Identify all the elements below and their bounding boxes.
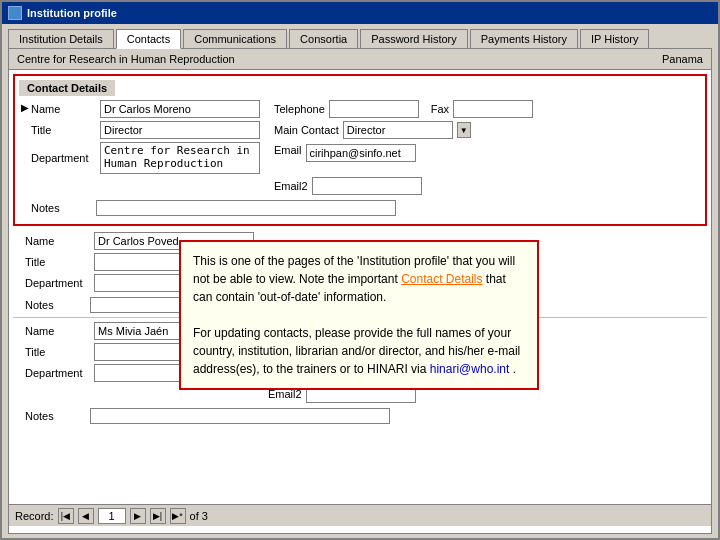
notes-label2: Notes xyxy=(25,299,90,311)
main-window: Institution profile Institution Details … xyxy=(0,0,720,540)
nav-last-btn[interactable]: ▶| xyxy=(150,508,166,524)
nav-new-btn[interactable]: ▶* xyxy=(170,508,186,524)
nav-next-btn[interactable]: ▶ xyxy=(130,508,146,524)
notes-label1: Notes xyxy=(31,202,96,214)
contact1-email2-input[interactable] xyxy=(312,177,422,195)
contact-details-box: Contact Details ▶ Name Telephone Fax xyxy=(13,74,707,226)
row-indicator-1: ▶ xyxy=(19,100,31,113)
contact3-name-label: Name xyxy=(25,325,90,337)
email-label: Email xyxy=(274,142,302,156)
contact1-email2-row: Email2 xyxy=(31,177,701,195)
contact1-name-input[interactable] xyxy=(100,100,260,118)
tooltip-line2: not be able to view. Note the important … xyxy=(193,270,525,288)
contact1-fax-input[interactable] xyxy=(453,100,533,118)
tab-payments-history[interactable]: Payments History xyxy=(470,29,578,49)
contact2-name-label: Name xyxy=(25,235,90,247)
contact2-title-label: Title xyxy=(25,256,90,268)
tooltip-line4: can contain 'out-of-date' information. xyxy=(193,288,525,306)
institution-country: Panama xyxy=(662,53,703,65)
contact1-telephone-input[interactable] xyxy=(329,100,419,118)
contact3-dept-label: Department xyxy=(25,367,90,379)
fax-label: Fax xyxy=(431,103,449,115)
contact1-fields: Name Telephone Fax Title Main Contact xyxy=(31,100,701,198)
tooltip-overlay: This is one of the pages of the 'Institu… xyxy=(179,240,539,390)
name-label: Name xyxy=(31,103,96,115)
main-contact-dropdown[interactable]: ▼ xyxy=(457,122,471,138)
record-current-input[interactable] xyxy=(98,508,126,524)
contact-details-title: Contact Details xyxy=(19,80,115,96)
email-link[interactable]: hinari@who.int xyxy=(430,362,510,376)
tabs-bar: Institution Details Contacts Communicati… xyxy=(2,24,718,48)
contact1-dept-row: Department Centre for Research in Human … xyxy=(31,142,701,174)
contact1-section: ▶ Name Telephone Fax Ti xyxy=(19,100,701,198)
content-area: Centre for Research in Human Reproductio… xyxy=(8,48,712,534)
tab-institution-details[interactable]: Institution Details xyxy=(8,29,114,49)
main-contact-label: Main Contact xyxy=(274,124,339,136)
dept-label: Department xyxy=(31,152,96,164)
institution-name: Centre for Research in Human Reproductio… xyxy=(17,53,235,65)
telephone-label: Telephone xyxy=(274,103,325,115)
nav-prev-btn[interactable]: ◀ xyxy=(78,508,94,524)
tooltip-line7: country, institution, librarian and/or d… xyxy=(193,342,525,360)
contact1-email-input[interactable] xyxy=(306,144,416,162)
title-bar: Institution profile xyxy=(2,2,718,24)
record-nav: Record: |◀ ◀ ▶ ▶| ▶* of 3 xyxy=(9,504,711,526)
notes-label3: Notes xyxy=(25,410,90,422)
email2-label: Email2 xyxy=(274,180,308,192)
contact3-notes-row: Notes xyxy=(13,408,707,424)
window-title: Institution profile xyxy=(27,7,117,19)
institution-header: Centre for Research in Human Reproductio… xyxy=(9,49,711,70)
contact1-notes-input[interactable] xyxy=(96,200,396,216)
contact1-dept-input[interactable]: Centre for Research in Human Reproductio… xyxy=(100,142,260,174)
title-label: Title xyxy=(31,124,96,136)
tab-consortia[interactable]: Consortia xyxy=(289,29,358,49)
contact1-notes-row: Notes xyxy=(19,200,701,216)
contact1-title-row: Title Main Contact ▼ xyxy=(31,121,701,139)
tab-communications[interactable]: Communications xyxy=(183,29,287,49)
tab-password-history[interactable]: Password History xyxy=(360,29,468,49)
tab-contacts[interactable]: Contacts xyxy=(116,29,181,49)
record-total: of 3 xyxy=(190,510,208,522)
nav-first-btn[interactable]: |◀ xyxy=(58,508,74,524)
record-label: Record: xyxy=(15,510,54,522)
contact-details-link[interactable]: Contact Details xyxy=(401,272,482,286)
window-icon xyxy=(8,6,22,20)
contact1-main-contact-input[interactable] xyxy=(343,121,453,139)
contact3-notes-input[interactable] xyxy=(90,408,390,424)
row-indicator-2 xyxy=(13,232,25,234)
contact1-name-row: Name Telephone Fax xyxy=(31,100,701,118)
tab-ip-history[interactable]: IP History xyxy=(580,29,649,49)
tooltip-line6: For updating contacts, please provide th… xyxy=(193,324,525,342)
contact1-title-input[interactable] xyxy=(100,121,260,139)
tooltip-line1: This is one of the pages of the 'Institu… xyxy=(193,252,525,270)
tooltip-line8: address(es), to the trainers or to HINAR… xyxy=(193,360,525,378)
contact2-dept-label: Department xyxy=(25,277,90,289)
row-indicator-3 xyxy=(13,322,25,324)
contact3-title-label: Title xyxy=(25,346,90,358)
form-area: Contact Details ▶ Name Telephone Fax xyxy=(9,70,711,504)
